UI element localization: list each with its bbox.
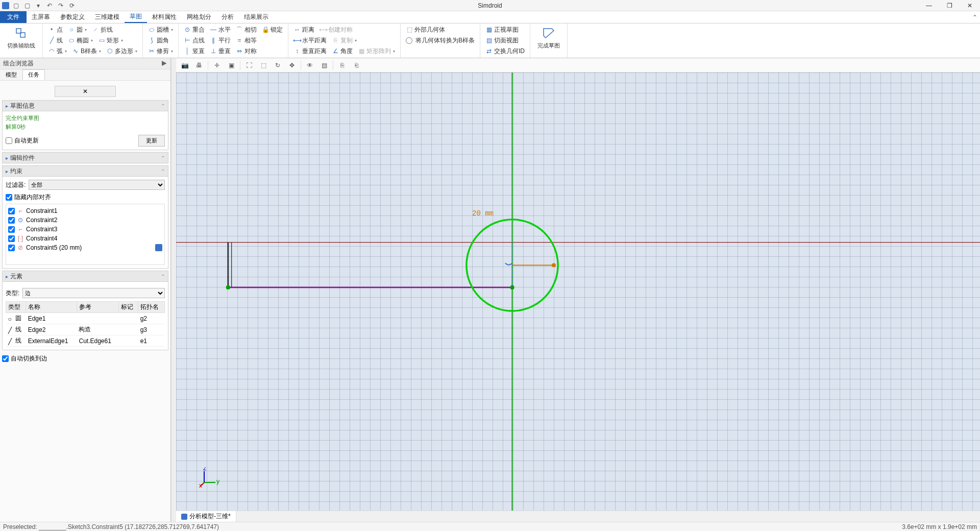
qat-open-icon[interactable]: ▢ xyxy=(22,1,32,10)
menu-mesh[interactable]: 网格划分 xyxy=(182,11,216,23)
pan-icon[interactable]: ✥ xyxy=(286,60,298,71)
copy-button[interactable]: ⎘复制▾ xyxy=(330,36,359,45)
pointonline-button[interactable]: ⊢点线 xyxy=(182,36,207,45)
constraint-item[interactable]: ⌐Constraint3 xyxy=(8,225,162,234)
draw-ellipse-button[interactable]: ⬭椭圆▾ xyxy=(66,36,95,45)
constraint-item[interactable]: [·]Constraint4 xyxy=(8,234,162,243)
document-tab[interactable]: 分析模型-三维* xyxy=(176,511,236,522)
parallel-button[interactable]: ∥平行 xyxy=(208,36,233,45)
zoom-window-icon[interactable]: ⬚ xyxy=(258,60,269,71)
qat-undo-icon[interactable]: ↶ xyxy=(45,1,54,10)
sidebar-scrollbar[interactable] xyxy=(171,58,176,522)
draw-point-button[interactable]: •点 xyxy=(46,25,65,35)
distance-button[interactable]: ↔距离 xyxy=(291,25,316,35)
vdist-icon: ↕ xyxy=(293,47,301,55)
tangent-button[interactable]: ⌒相切 xyxy=(234,25,259,35)
tab-model[interactable]: 模型 xyxy=(0,69,22,80)
fillet-button[interactable]: ⟆圆角 xyxy=(146,36,171,45)
perpendicular-button[interactable]: ⊥垂直 xyxy=(208,46,233,56)
qat-refresh-icon[interactable]: ⟳ xyxy=(67,1,77,10)
ribbon-collapse-icon[interactable]: ⌃ xyxy=(970,11,980,23)
axis-icon[interactable]: ✛ xyxy=(211,60,223,71)
constraint-status: 完全约束草图 xyxy=(6,114,165,122)
section-elements[interactable]: ▸元素⌃ xyxy=(2,271,168,282)
draw-circle-button[interactable]: ○圆▾ xyxy=(66,25,89,35)
menu-home[interactable]: 主屏幕 xyxy=(27,11,55,23)
view-cube-icon[interactable]: ▣ xyxy=(226,60,237,71)
constraint-item[interactable]: ⊘Constraint5 (20 mm) xyxy=(8,243,162,252)
visibility-icon[interactable]: 👁 xyxy=(304,60,315,71)
snapshot-icon[interactable]: 📷 xyxy=(179,60,190,71)
auto-snap-checkbox[interactable]: 自动切换到边 xyxy=(2,354,168,363)
menu-sketch[interactable]: 草图 xyxy=(125,11,147,23)
layer-icon[interactable]: ▤ xyxy=(318,60,330,71)
rect-array-button[interactable]: ▦矩形阵列▾ xyxy=(356,46,397,56)
qat-save-icon[interactable]: ▾ xyxy=(34,1,43,10)
filter-select[interactable]: 全部 xyxy=(29,180,165,190)
angle-button[interactable]: ∠角度 xyxy=(330,46,355,56)
menu-params[interactable]: 参数定义 xyxy=(55,11,90,23)
draw-arc-button[interactable]: ◠弧▾ xyxy=(46,46,69,56)
swap-id-button[interactable]: ⇄交换几何ID xyxy=(483,46,527,56)
status-dimensions: 3.6e+02 mm x 1.9e+02 mm xyxy=(902,523,977,530)
vertical-button[interactable]: │竖直 xyxy=(182,46,207,56)
trim-button[interactable]: ✂修剪▾ xyxy=(146,46,175,56)
menu-file[interactable]: 文件 xyxy=(0,11,27,23)
draw-polyline-button[interactable]: ⟋折线 xyxy=(90,25,115,35)
draw-rect-button[interactable]: ▭矩形▾ xyxy=(96,36,125,45)
slot-button[interactable]: ⬭圆槽▾ xyxy=(146,25,175,35)
section-edit-controls[interactable]: ▸编辑控件⌃ xyxy=(2,152,168,163)
paste-view-icon[interactable]: ⎗ xyxy=(351,60,362,71)
create-symmetry-button[interactable]: ⟷创建对称 xyxy=(317,25,355,35)
horizontal-button[interactable]: —水平 xyxy=(208,25,233,35)
menu-analysis[interactable]: 分析 xyxy=(216,11,239,23)
symmetric-button[interactable]: ⇔对称 xyxy=(234,46,259,56)
section-constraints[interactable]: ▸约束⌃ xyxy=(2,165,168,177)
update-button[interactable]: 更新 xyxy=(138,135,165,147)
lock-button[interactable]: 🔒锁定 xyxy=(260,25,285,35)
hide-internal-checkbox[interactable]: 隐藏内部对齐 xyxy=(6,193,165,202)
maximize-button[interactable]: ❐ xyxy=(939,0,960,11)
equal-button[interactable]: =相等 xyxy=(234,36,259,45)
task-close-button[interactable]: ✕ xyxy=(55,86,116,97)
convert-bspline-button[interactable]: 将几何体转换为B样条 xyxy=(404,36,477,45)
draw-polygon-button[interactable]: ⬡多边形▾ xyxy=(104,46,139,56)
vdistance-button[interactable]: ↕垂直距离 xyxy=(291,46,329,56)
finish-sketch-button[interactable]: 完成草图 xyxy=(533,25,564,52)
table-row[interactable]: ╱线Edge2构造g3 xyxy=(6,324,165,335)
toggle-construction-button[interactable]: 切换辅助线 xyxy=(3,25,39,52)
menu-material[interactable]: 材料属性 xyxy=(147,11,182,23)
coincident-button[interactable]: ⊙重合 xyxy=(182,25,207,35)
tab-task[interactable]: 任务 xyxy=(22,69,45,80)
draw-line-button[interactable]: ╱线 xyxy=(46,36,65,45)
section-sketch-info[interactable]: ▸草图信息⌃ xyxy=(2,100,168,111)
radius-dimension[interactable]: 20 mm xyxy=(472,209,494,218)
menu-3dmodel[interactable]: 三维建模 xyxy=(90,11,125,23)
sketch-canvas[interactable]: 20 mm z y x xyxy=(176,73,980,511)
construction-icon xyxy=(14,27,29,41)
qat-redo-icon[interactable]: ↷ xyxy=(56,1,65,10)
print-icon[interactable]: 🖶 xyxy=(193,60,205,71)
edit-constraint-icon[interactable] xyxy=(155,244,162,251)
table-row[interactable]: ○圆Edge1g2 xyxy=(6,313,165,324)
constraint-item[interactable]: ⊙Constraint2 xyxy=(8,215,162,225)
table-row[interactable]: ╱线ExternalEdge1Cut.Edge61e1 xyxy=(6,335,165,347)
sidebar-collapse-icon[interactable]: ⯈ xyxy=(161,60,167,67)
section-view-button[interactable]: ▤切面视图 xyxy=(483,36,521,45)
qat-new-icon[interactable]: ▢ xyxy=(11,1,20,10)
hdistance-button[interactable]: ⟷水平距离 xyxy=(291,36,329,45)
draw-bspline-button[interactable]: ∿B样条▾ xyxy=(70,46,103,56)
minimize-button[interactable]: ― xyxy=(919,0,939,11)
auto-update-checkbox[interactable]: 自动更新 xyxy=(6,136,39,145)
constraint-item[interactable]: ⌐Constraint1 xyxy=(8,206,162,215)
type-select[interactable]: 边 xyxy=(22,288,165,298)
close-button[interactable]: ✕ xyxy=(960,0,980,11)
external-geom-button[interactable]: ⬚外部几何体 xyxy=(404,25,447,35)
rotate-icon[interactable]: ↻ xyxy=(272,60,283,71)
menu-results[interactable]: 结果展示 xyxy=(239,11,274,23)
app-title: Simdroid xyxy=(478,2,502,9)
app-icon xyxy=(2,2,9,9)
zoom-fit-icon[interactable]: ⛶ xyxy=(243,60,255,71)
copy-view-icon[interactable]: ⎘ xyxy=(336,60,348,71)
front-view-button[interactable]: ▦正视草图 xyxy=(483,25,521,35)
